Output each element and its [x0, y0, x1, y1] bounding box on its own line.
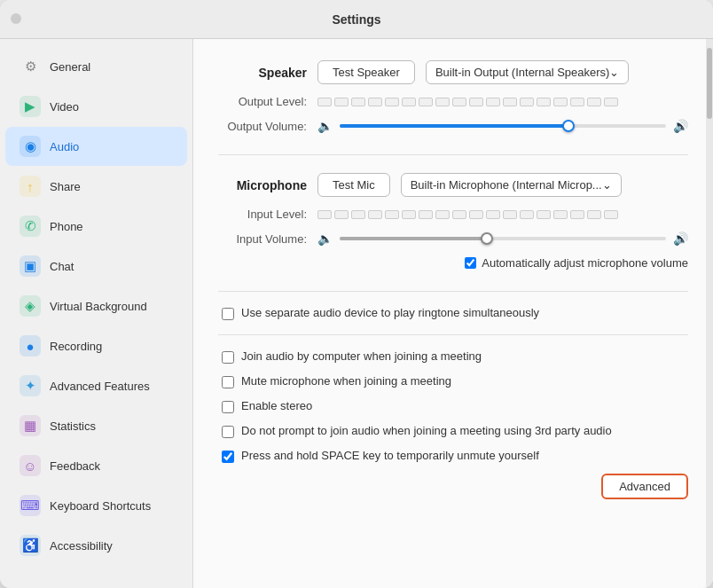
speaker-label: Speaker: [218, 66, 307, 80]
main-panel: Speaker Test Speaker Built-in Output (In…: [193, 39, 713, 588]
sidebar-item-recording[interactable]: ●Recording: [5, 326, 187, 365]
mute-mic-checkbox[interactable]: [222, 376, 234, 388]
sidebar-item-label-advanced-features: Advanced Features: [50, 380, 150, 393]
advanced-features-icon: ✦: [20, 375, 41, 396]
mic-device-select[interactable]: Built-in Microphone (Internal Microp... …: [401, 173, 622, 197]
mute-mic-row: Mute microphone when joining a meeting: [218, 374, 688, 388]
chat-icon: ▣: [20, 255, 41, 277]
sidebar-item-general[interactable]: ⚙General: [5, 47, 187, 86]
sidebar-item-advanced-features[interactable]: ✦Advanced Features: [5, 366, 187, 405]
level-bar-segment: [587, 98, 601, 106]
sidebar-item-chat[interactable]: ▣Chat: [5, 247, 187, 286]
level-bar-segment: [520, 210, 534, 219]
input-volume-label: Input Volume:: [218, 232, 307, 246]
input-volume-row: Input Volume: 🔈 🔊: [218, 231, 688, 246]
sidebar-item-share[interactable]: ↑Share: [5, 167, 187, 206]
video-icon: ▶: [20, 96, 41, 117]
test-mic-button[interactable]: Test Mic: [317, 173, 390, 197]
test-speaker-button[interactable]: Test Speaker: [317, 60, 415, 84]
enable-stereo-checkbox[interactable]: [222, 401, 234, 413]
traffic-lights: [11, 12, 21, 27]
mute-mic-label: Mute microphone when joining a meeting: [241, 374, 451, 388]
divider-2: [218, 291, 688, 292]
no-prompt-checkbox[interactable]: [222, 426, 234, 438]
mic-row: Microphone Test Mic Built-in Microphone …: [218, 173, 688, 197]
output-volume-thumb[interactable]: [562, 120, 575, 132]
level-bar-segment: [317, 210, 332, 219]
advanced-btn-container: Advanced: [218, 474, 688, 499]
input-volume-track[interactable]: [340, 237, 666, 240]
output-volume-track[interactable]: [340, 124, 666, 128]
speaker-section: Speaker Test Speaker Built-in Output (In…: [218, 60, 688, 133]
input-level-bars: [317, 210, 618, 219]
join-audio-checkbox[interactable]: [222, 351, 234, 364]
level-bar-segment: [419, 210, 433, 219]
sidebar-item-label-accessibility: Accessibility: [50, 539, 113, 553]
auto-adjust-row: Automatically adjust microphone volume: [218, 256, 688, 270]
sidebar-item-feedback[interactable]: ☺Feedback: [5, 446, 187, 485]
level-bar-segment: [334, 210, 349, 219]
settings-window: Settings ⚙General▶Video◉Audio↑Share✆Phon…: [0, 0, 713, 588]
speaker-low-icon: 🔈: [317, 119, 333, 133]
microphone-label: Microphone: [218, 178, 307, 192]
output-volume-label: Output Volume:: [218, 120, 307, 133]
sidebar-item-statistics[interactable]: ▦Statistics: [5, 406, 187, 445]
auto-adjust-checkbox[interactable]: [465, 257, 476, 269]
level-bar-segment: [553, 210, 568, 219]
main-content: ⚙General▶Video◉Audio↑Share✆Phone▣Chat◈Vi…: [0, 39, 713, 588]
sidebar-item-keyboard-shortcuts[interactable]: ⌨Keyboard Shortcuts: [5, 486, 187, 525]
keyboard-shortcuts-icon: ⌨: [20, 495, 41, 516]
sidebar-item-accessibility[interactable]: ♿Accessibility: [5, 526, 187, 565]
audio-icon: ◉: [20, 136, 41, 157]
sidebar-item-label-general: General: [50, 60, 90, 74]
press-space-row: Press and hold SPACE key to temporarily …: [218, 449, 688, 463]
recording-icon: ●: [20, 335, 41, 357]
output-level-bars: [317, 98, 618, 106]
level-bar-segment: [469, 210, 483, 219]
use-separate-checkbox[interactable]: [222, 308, 234, 320]
share-icon: ↑: [20, 176, 41, 197]
join-audio-row: Join audio by computer when joining a me…: [218, 349, 688, 364]
sidebar-item-label-keyboard-shortcuts: Keyboard Shortcuts: [50, 499, 151, 513]
sidebar-item-label-audio: Audio: [50, 140, 79, 153]
sidebar-item-label-video: Video: [50, 100, 79, 114]
level-bar-segment: [604, 210, 618, 219]
level-bar-segment: [368, 210, 382, 219]
feedback-icon: ☺: [20, 455, 41, 476]
mic-low-icon: 🔈: [317, 231, 333, 246]
speaker-device-select[interactable]: Built-in Output (Internal Speakers) ⌄: [426, 60, 630, 84]
sidebar: ⚙General▶Video◉Audio↑Share✆Phone▣Chat◈Vi…: [0, 39, 193, 588]
output-level-label: Output Level:: [218, 95, 307, 108]
accessibility-icon: ♿: [20, 535, 41, 556]
level-bar-segment: [351, 210, 365, 219]
sidebar-item-label-statistics: Statistics: [50, 419, 96, 433]
level-bar-segment: [317, 98, 332, 106]
level-bar-segment: [537, 98, 551, 106]
input-level-label: Input Level:: [218, 208, 307, 221]
level-bar-segment: [520, 98, 534, 106]
use-separate-row: Use separate audio device to play ringto…: [218, 306, 688, 320]
sidebar-item-label-chat: Chat: [50, 260, 74, 273]
scrollbar[interactable]: [706, 39, 713, 588]
sidebar-item-phone[interactable]: ✆Phone: [5, 207, 187, 246]
sidebar-item-audio[interactable]: ◉Audio: [5, 127, 187, 166]
speaker-high-icon: 🔊: [673, 119, 688, 133]
join-audio-label: Join audio by computer when joining a me…: [241, 349, 482, 363]
sidebar-item-virtual-background[interactable]: ◈Virtual Background: [5, 286, 187, 325]
input-volume-fill: [340, 237, 487, 240]
level-bar-segment: [503, 98, 517, 106]
advanced-button[interactable]: Advanced: [601, 474, 688, 499]
input-volume-thumb[interactable]: [481, 232, 493, 245]
enable-stereo-row: Enable stereo: [218, 399, 688, 413]
level-bar-segment: [537, 210, 551, 219]
traffic-dot-close: [11, 13, 21, 24]
scrollbar-thumb[interactable]: [707, 48, 712, 119]
level-bar-segment: [553, 98, 568, 106]
level-bar-segment: [452, 98, 466, 106]
level-bar-segment: [351, 98, 365, 106]
level-bar-segment: [334, 98, 349, 106]
mic-high-icon: 🔊: [673, 231, 688, 246]
press-space-checkbox[interactable]: [222, 451, 234, 463]
sidebar-item-label-feedback: Feedback: [50, 459, 100, 473]
sidebar-item-video[interactable]: ▶Video: [5, 87, 187, 126]
